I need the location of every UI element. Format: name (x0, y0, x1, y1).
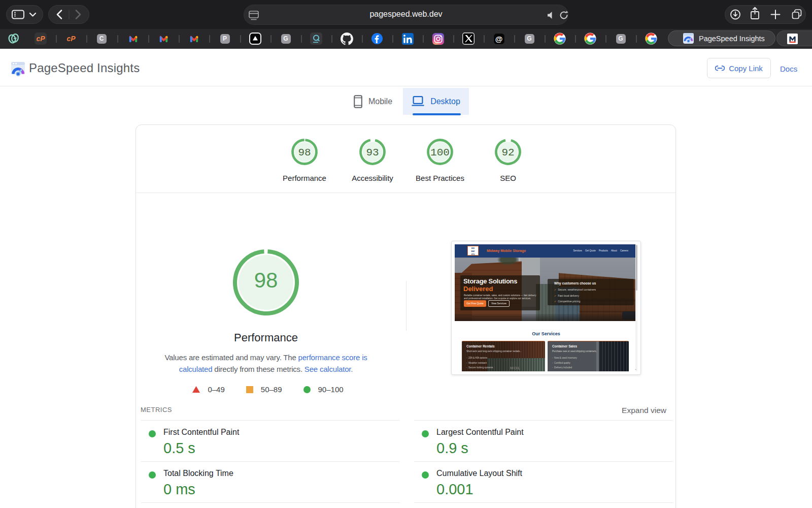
svg-text:93: 93 (366, 147, 379, 158)
svg-text:98: 98 (254, 268, 278, 292)
svg-text:92: 92 (501, 147, 514, 158)
svg-text:100: 100 (430, 147, 450, 158)
svg-text:98: 98 (298, 147, 311, 158)
